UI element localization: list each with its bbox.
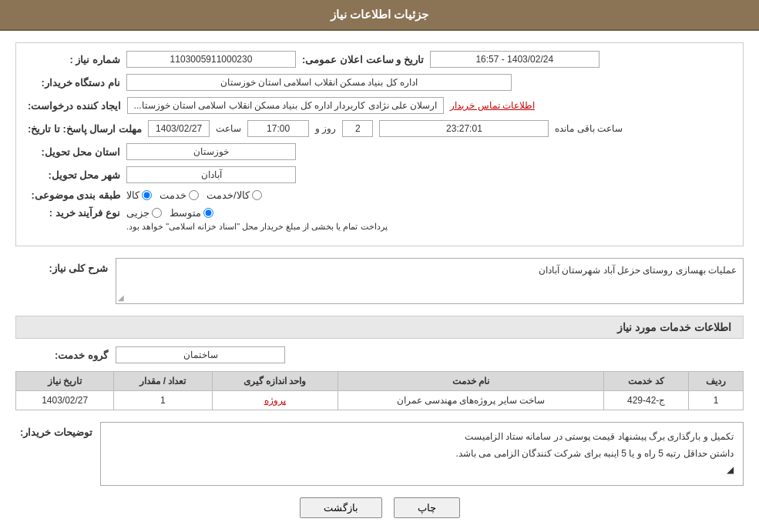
deadline-time-label: ساعت [216, 123, 241, 134]
creator-value: ارسلان علی نژادی کاربردار اداره کل بنیاد… [127, 97, 445, 114]
deadline-remain: 23:27:01 [379, 120, 549, 137]
services-section-title: اطلاعات خدمات مورد نیاز [15, 316, 744, 339]
buyer-value: اداره کل بنیاد مسکن انقلاب اسلامی استان … [126, 74, 512, 91]
page-header: جزئیات اطلاعات نیاز [0, 0, 759, 31]
process-description: پرداخت تمام یا بخشی از مبلغ خریدار محل "… [126, 222, 403, 232]
page-title: جزئیات اطلاعات نیاز [331, 8, 428, 21]
back-button[interactable]: بازگشت [300, 497, 382, 518]
province-value: خوزستان [126, 143, 296, 160]
buyer-desc-box: تکمیل و بارگذاری برگ پیشنهاد قیمت پوستی … [100, 422, 744, 486]
buyer-label: نام دستگاه خریدار: [28, 77, 120, 89]
creator-contact-link[interactable]: اطلاعات تماس خریدار [450, 100, 535, 111]
col-name: نام خدمت [338, 372, 604, 391]
need-desc-value: عملیات بهسازی روستای حزعل آباد شهرستان آ… [539, 265, 737, 276]
creator-label: ایجاد کننده درخواست: [28, 100, 121, 112]
col-date: تاریخ نیاز [16, 372, 114, 391]
buyer-desc-label: توضیحات خریدار: [15, 422, 92, 438]
services-table: ردیف کد خدمت نام خدمت واحد اندازه گیری ت… [15, 371, 744, 410]
cell-date: 1403/02/27 [16, 391, 114, 410]
deadline-remain-label: ساعت باقی مانده [555, 123, 623, 134]
date-value: 1403/02/24 - 16:57 [430, 51, 599, 68]
date-label: تاریخ و ساعت اعلان عمومی: [302, 54, 424, 65]
buyer-desc-line1: تکمیل و بارگذاری برگ پیشنهاد قیمت پوستی … [110, 429, 734, 446]
button-row: چاپ بازگشت [15, 497, 744, 518]
need-desc-box: عملیات بهسازی روستای حزعل آباد شهرستان آ… [116, 258, 744, 304]
category-kala[interactable]: کالا [126, 189, 152, 201]
process-jozi[interactable]: جزیی [126, 207, 162, 219]
process-label: نوع فرآیند خرید : [28, 207, 120, 219]
need-number-value: 1103005911000230 [126, 51, 296, 68]
cell-name: ساخت سایر پروژه‌های مهندسی عمران [338, 391, 604, 410]
deadline-days: 2 [342, 120, 373, 137]
resize-handle: ◢ [118, 293, 124, 302]
process-radio-group: جزیی متوسط [126, 207, 403, 219]
process-motavasset[interactable]: متوسط [170, 207, 213, 219]
cell-code: ج-42-429 [604, 391, 689, 410]
cell-row: 1 [688, 391, 743, 410]
col-code: کد خدمت [604, 372, 689, 391]
service-group-value: ساختمان [116, 346, 285, 363]
deadline-label: مهلت ارسال پاسخ: تا تاریخ: [28, 123, 142, 135]
need-desc-label: شرح کلی نیاز: [15, 258, 108, 274]
print-button[interactable]: چاپ [394, 497, 460, 518]
province-label: استان محل تحویل: [28, 146, 120, 158]
unit-link[interactable]: پروژه [264, 395, 286, 406]
col-unit: واحد اندازه گیری [212, 372, 338, 391]
buyer-resize-handle: ◢ [727, 464, 734, 475]
cell-unit[interactable]: پروژه [212, 391, 338, 410]
deadline-day-label: روز و [315, 123, 336, 134]
city-label: شهر محل تحویل: [28, 169, 120, 181]
col-quantity: تعداد / مقدار [114, 372, 212, 391]
table-row: 1 ج-42-429 ساخت سایر پروژه‌های مهندسی عم… [16, 391, 744, 410]
category-kala-khedmat[interactable]: کالا/خدمت [207, 189, 262, 201]
city-value: آبادان [126, 166, 296, 183]
buyer-desc-line2: داشتن حداقل رتبه 5 راه و یا 5 اینبه برای… [110, 446, 734, 463]
col-row: ردیف [688, 372, 743, 391]
category-radio-group: کالا خدمت کالا/خدمت [126, 189, 262, 201]
category-khedmat[interactable]: خدمت [160, 189, 199, 201]
category-label: طبقه بندی موضوعی: [28, 189, 120, 201]
cell-quantity: 1 [114, 391, 212, 410]
deadline-date: 1403/02/27 [148, 120, 210, 137]
deadline-time: 17:00 [247, 120, 309, 137]
service-group-label: گروه خدمت: [15, 350, 108, 361]
need-number-label: شماره نیاز : [28, 54, 120, 65]
